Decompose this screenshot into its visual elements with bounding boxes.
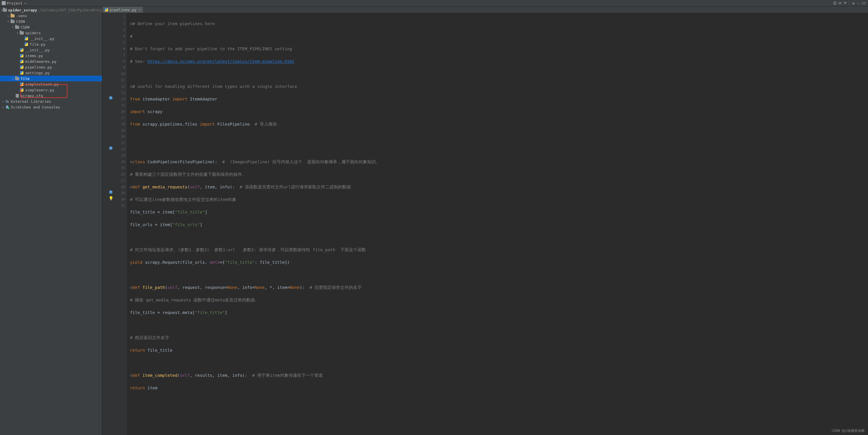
code-content[interactable]: ⊟# Define your item pipelines here # # D… — [128, 13, 380, 435]
line-number: 25 — [114, 165, 125, 171]
editor-tabs: pipelines.py × — [102, 6, 868, 13]
svg-rect-2 — [862, 2, 865, 4]
project-tree[interactable]: ▾ spider_scrapy /Volumes/OUT_SSD/Pycharm… — [0, 6, 102, 435]
python-file-icon — [20, 82, 24, 87]
external-libraries-row[interactable]: ▸ External Libraries — [0, 98, 102, 104]
tree-row-label: simpleclient.py — [25, 82, 59, 87]
project-pane-icon — [2, 1, 6, 5]
line-number: 17 — [114, 115, 125, 121]
tree-row[interactable]: middlewares.py — [0, 59, 102, 64]
tree-row[interactable]: ▾CSDN — [0, 24, 102, 30]
line-number: 31 — [114, 203, 125, 209]
tree-row[interactable]: __init__.py — [0, 36, 102, 41]
line-number: 9 — [114, 65, 125, 71]
line-number: 15 — [114, 102, 125, 108]
line-number: 14 — [114, 96, 125, 102]
tree-row-label: settings.py — [25, 71, 50, 75]
python-file-icon — [20, 88, 24, 92]
tree-row-label: __init__.py — [25, 48, 50, 52]
scratches-icon — [5, 105, 10, 109]
close-tab-icon[interactable]: × — [139, 8, 141, 12]
tree-row-label: middlewares.py — [25, 59, 57, 64]
editor-tab-pipelines[interactable]: pipelines.py × — [102, 6, 144, 13]
line-number: 23 — [114, 153, 125, 159]
line-number: 18 — [114, 121, 125, 127]
tree-row[interactable]: ▾file — [0, 76, 102, 81]
tree-row-label: file — [21, 76, 29, 81]
tree-row-label: file.py — [30, 42, 45, 46]
tree-row-label: CSDN — [16, 20, 25, 24]
line-number: 13 — [114, 90, 125, 96]
tree-row-label: simpleserv.py — [25, 88, 54, 92]
tree-row[interactable]: simpleserv.py — [0, 87, 102, 93]
tree-row[interactable]: ▸.venv — [0, 13, 102, 19]
tree-row-label: pipelines.py — [25, 65, 52, 69]
python-file-icon — [24, 36, 29, 41]
folder-icon — [10, 13, 15, 18]
tree-row[interactable]: simpleclient.py — [0, 81, 102, 87]
override-icon[interactable] — [108, 96, 113, 100]
tree-row[interactable]: scrapy.cfg — [0, 93, 102, 98]
python-file-icon — [20, 65, 24, 69]
tree-row[interactable]: ▾CSDN — [0, 19, 102, 24]
gutter-marks: 💡 — [102, 13, 114, 435]
expand-all-icon[interactable] — [837, 1, 843, 6]
tree-row[interactable]: items.py — [0, 53, 102, 59]
project-title: Project — [7, 1, 23, 5]
chevron-down-icon[interactable]: ▾ — [24, 1, 27, 5]
tree-row-label: __init__.py — [30, 37, 54, 41]
tree-row[interactable]: file.py — [0, 41, 102, 47]
scratches-row[interactable]: ▸ Scratches and Consoles — [0, 104, 102, 110]
python-file-icon — [20, 59, 24, 64]
python-file-icon — [20, 70, 24, 75]
line-number: 11 — [114, 77, 125, 83]
project-root-name: spider_scrapy — [8, 8, 37, 12]
tree-row-label: CSDN — [21, 25, 29, 29]
python-file-icon — [20, 54, 24, 58]
project-root-row[interactable]: ▾ spider_scrapy /Volumes/OUT_SSD/Pycharm… — [0, 7, 102, 13]
svg-point-1 — [835, 3, 835, 4]
tree-row-label: items.py — [25, 54, 43, 58]
tree-row-label: spiders — [25, 31, 41, 35]
line-number: 20 — [114, 134, 125, 140]
line-number: 28 — [114, 184, 125, 190]
line-number: 30 — [114, 196, 125, 203]
gear-icon[interactable]: ⚙ — [851, 1, 856, 6]
line-number: 6 — [114, 46, 125, 52]
folder-icon — [15, 25, 20, 29]
scratches-label: Scratches and Consoles — [11, 105, 60, 109]
line-number: 1 — [114, 14, 125, 21]
line-number: 19 — [114, 127, 125, 134]
project-root-path: /Volumes/OUT_SSD/PycharmProje — [39, 8, 102, 12]
watermark: CSDN @止咳糖浆加糖 — [832, 429, 865, 433]
collapse-all-icon[interactable] — [843, 1, 848, 6]
override-icon[interactable] — [108, 190, 113, 194]
line-number: 10 — [114, 71, 125, 77]
hide-icon[interactable] — [861, 1, 866, 6]
line-number: 7 — [114, 52, 125, 58]
line-number: 3 — [114, 27, 125, 33]
code-editor[interactable]: 💡 12345678910111213141516171819202122232… — [102, 13, 868, 435]
project-toolbar: Project ▾ ⚙ — — [0, 0, 868, 6]
folder-icon — [20, 31, 24, 35]
tree-row[interactable]: pipelines.py — [0, 64, 102, 70]
line-number: 27 — [114, 177, 125, 184]
tree-row-label: scrapy.cfg — [21, 94, 43, 98]
tree-row[interactable]: settings.py — [0, 70, 102, 76]
folder-icon — [10, 19, 15, 24]
minimize-icon[interactable]: — — [856, 1, 861, 6]
line-number: 21 — [114, 140, 125, 146]
line-number: 5 — [114, 39, 125, 46]
python-file-icon — [20, 48, 24, 52]
tree-row-label: .venv — [16, 14, 27, 18]
line-number-gutter: 1234567891011121314151617181920212223242… — [114, 13, 128, 435]
locate-target-icon[interactable] — [832, 1, 837, 6]
override-icon[interactable] — [108, 146, 113, 150]
python-file-icon — [24, 42, 29, 46]
intention-bulb-icon[interactable]: 💡 — [108, 196, 113, 201]
line-number: 2 — [114, 21, 125, 27]
tree-row[interactable]: ▾spiders — [0, 30, 102, 36]
line-number: 8 — [114, 58, 125, 65]
tree-row[interactable]: __init__.py — [0, 47, 102, 53]
line-number: 26 — [114, 171, 125, 177]
